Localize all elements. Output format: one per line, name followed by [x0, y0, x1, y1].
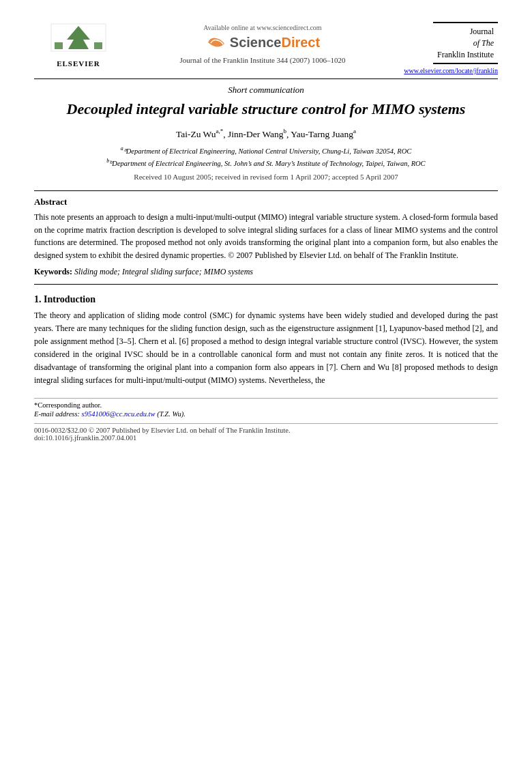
doi-line: doi:10.1016/j.jfranklin.2007.04.001 [34, 434, 498, 442]
sd-icon [205, 34, 227, 51]
abstract-title: Abstract [34, 197, 498, 207]
received-dates: Received 10 August 2005; received in rev… [34, 173, 498, 181]
email-note: E-mail address: s9541006@cc.ncu.edu.tw (… [34, 410, 498, 418]
affiliations: aᵃDepartment of Electrical Engineering, … [34, 145, 498, 169]
header-right: Journal of The Franklin Institute www.el… [402, 20, 498, 74]
intro-paragraph-1: The theory and application of sliding mo… [34, 309, 498, 387]
footer-divider [34, 398, 498, 399]
issn-line: 0016-0032/$32.00 © 2007 Published by Els… [34, 427, 498, 434]
corresponding-author-note: *Corresponding author. [34, 401, 498, 409]
header-divider [34, 78, 498, 79]
abstract-section: Abstract This note presents an approach … [34, 197, 498, 277]
elsevier-link[interactable]: www.elsevier.com/locate/jfranklin [404, 67, 498, 74]
journal-line: Journal of the Franklin Institute 344 (2… [180, 56, 346, 64]
elsevier-label: ELSEVIER [57, 59, 100, 68]
header-center: Available online at www.sciencedirect.co… [123, 20, 402, 64]
section-1-label: 1. Introduction [34, 294, 498, 305]
elsevier-logo-icon [48, 20, 109, 58]
journal-box: Journal of The Franklin Institute [433, 22, 498, 64]
svg-rect-3 [94, 42, 102, 49]
keywords: Keywords: Sliding mode; Integral sliding… [34, 267, 498, 277]
abstract-divider-bottom [34, 284, 498, 285]
page-footer: 0016-0032/$32.00 © 2007 Published by Els… [34, 423, 498, 442]
header: ELSEVIER Available online at www.science… [34, 20, 498, 74]
svg-marker-1 [67, 26, 90, 49]
header-left: ELSEVIER [34, 20, 123, 68]
paper-title: Decoupled integral variable structure co… [34, 100, 498, 119]
authors: Tai-Zu Wua,*, Jinn-Der Wangb, Yau-Tarng … [34, 128, 498, 140]
page: ELSEVIER Available online at www.science… [0, 0, 532, 774]
journal-box-title: Journal of The Franklin Institute [437, 26, 494, 60]
introduction-section: 1. Introduction The theory and applicati… [34, 294, 498, 387]
sciencedirect-logo: ScienceDirect [205, 34, 320, 51]
email-link[interactable]: s9541006@cc.ncu.edu.tw [82, 410, 156, 418]
paper-type: Short communication [34, 85, 498, 96]
available-online-text: Available online at www.sciencedirect.co… [203, 24, 321, 31]
svg-rect-2 [55, 42, 63, 49]
abstract-text: This note presents an approach to design… [34, 211, 498, 261]
abstract-divider-top [34, 190, 498, 191]
sd-text: ScienceDirect [230, 35, 320, 51]
